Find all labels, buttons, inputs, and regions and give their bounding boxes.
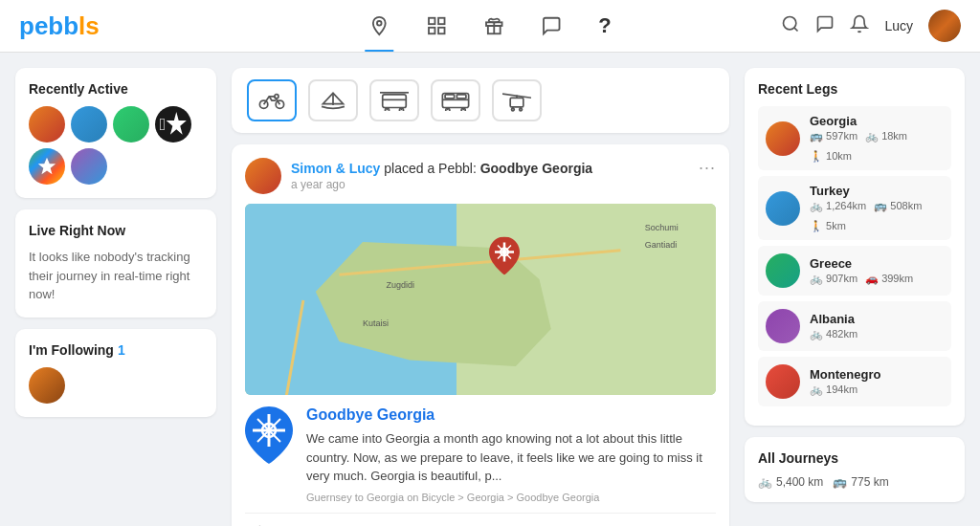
header: pebbls	[0, 0, 980, 53]
turkey-stat-walk: 🚶 5km	[810, 220, 846, 232]
following-user-1[interactable]	[29, 367, 65, 404]
leg-turkey-name: Turkey	[810, 184, 944, 198]
user-avatar[interactable]	[928, 10, 961, 42]
leg-montenegro-name: Montenegro	[810, 367, 944, 382]
filter-cable-car[interactable]	[492, 79, 542, 121]
leg-greece-name: Greece	[810, 256, 944, 271]
like-button[interactable]: Like	[245, 521, 304, 527]
svg-point-7	[784, 16, 796, 29]
active-user-4[interactable]: 	[155, 106, 191, 142]
georgia-stat-bike: 🚲 18km	[865, 130, 907, 142]
leg-albania[interactable]: Albania 🚲 482km	[758, 301, 951, 351]
all-journeys-title: All Journeys	[758, 450, 951, 466]
svg-rect-28	[457, 95, 466, 99]
turkey-stat-bike: 🚲 1,264km	[810, 200, 866, 212]
leg-greece-info: Greece 🚲 907km 🚗 399km	[810, 256, 944, 285]
following-count: 1	[118, 342, 125, 358]
leg-albania-avatar	[766, 309, 800, 343]
map-label-kutaisi: Kutaisi	[363, 318, 389, 328]
leg-montenegro-stats: 🚲 194km	[810, 384, 944, 396]
filter-bike[interactable]	[247, 79, 297, 121]
leg-greece-stats: 🚲 907km 🚗 399km	[810, 273, 944, 285]
left-sidebar: Recently Active  Live Right Now It look…	[15, 68, 216, 526]
post-user-name[interactable]: Simon & Lucy	[291, 161, 384, 176]
following-avatars	[29, 367, 203, 404]
logo-text-pebb: pebb	[19, 11, 78, 40]
svg-rect-27	[445, 95, 455, 99]
post-actions: Like Comment	[245, 513, 716, 527]
leg-albania-name: Albania	[810, 312, 944, 326]
svg-point-34	[512, 108, 515, 111]
post-meta: Simon & Lucy placed a Pebbl: Goodbye Geo…	[291, 161, 592, 191]
leg-turkey-stats: 🚲 1,264km 🚌 508km 🚶 5km	[810, 200, 944, 232]
svg-rect-14	[383, 95, 407, 108]
journey-stat-bike: 🚲 5,400 km	[758, 475, 823, 489]
leg-georgia-avatar	[766, 121, 800, 156]
comment-button[interactable]: Comment	[320, 521, 410, 527]
main-nav: ?	[365, 10, 614, 42]
active-user-6[interactable]	[71, 148, 107, 185]
journey-bike-icon: 🚲	[758, 475, 772, 489]
live-right-now-card: Live Right Now It looks like nobody's tr…	[15, 209, 216, 318]
post-title: Goodbye Georgia	[306, 406, 716, 424]
svg-line-8	[794, 27, 798, 31]
live-right-now-text: It looks like nobody's tracking their jo…	[29, 248, 203, 304]
svg-rect-2	[438, 18, 444, 24]
nav-location[interactable]	[365, 11, 393, 40]
search-icon[interactable]	[781, 14, 800, 38]
turkey-stat-bus: 🚌 508km	[874, 200, 922, 212]
nav-chat[interactable]	[537, 11, 566, 40]
notifications-icon[interactable]	[850, 14, 869, 38]
nav-grid[interactable]	[422, 11, 451, 40]
recently-active-grid: 	[29, 106, 203, 185]
journey-bus-value: 775 km	[851, 475, 888, 489]
svg-rect-1	[429, 18, 434, 24]
im-following-title: I'm Following	[29, 342, 114, 358]
leg-georgia[interactable]: Georgia 🚌 597km 🚲 18km 🚶 10km	[758, 106, 951, 170]
leg-georgia-stats: 🚌 597km 🚲 18km 🚶 10km	[810, 130, 944, 163]
post-time: a year ago	[291, 178, 592, 191]
post-menu-button[interactable]: ···	[699, 158, 716, 178]
active-user-2[interactable]	[71, 106, 107, 142]
header-right: Lucy	[781, 10, 961, 42]
recently-active-title: Recently Active	[29, 81, 203, 97]
center-feed: Simon & Lucy placed a Pebbl: Goodbye Geo…	[232, 68, 729, 526]
leg-turkey-info: Turkey 🚲 1,264km 🚌 508km 🚶 5km	[810, 184, 944, 232]
post-place-icon	[245, 406, 293, 464]
georgia-stat-walk: 🚶 10km	[810, 150, 852, 163]
active-user-1[interactable]	[29, 106, 65, 142]
journey-bike-value: 5,400 km	[776, 475, 823, 489]
filter-boat[interactable]	[308, 79, 358, 121]
filter-tram[interactable]	[369, 79, 419, 121]
post-avatar[interactable]	[245, 158, 281, 194]
logo[interactable]: pebbls	[19, 11, 100, 41]
leg-montenegro[interactable]: Montenegro 🚲 194km	[758, 357, 951, 406]
recently-active-card: Recently Active 	[15, 68, 216, 198]
nav-gift[interactable]	[479, 11, 508, 40]
svg-rect-3	[429, 28, 434, 33]
leg-turkey[interactable]: Turkey 🚲 1,264km 🚌 508km 🚶 5km	[758, 176, 951, 240]
nav-help[interactable]: ?	[594, 10, 614, 42]
leg-turkey-avatar	[766, 191, 800, 226]
leg-montenegro-avatar	[766, 364, 800, 399]
post-text-area: Goodbye Georgia We came into Georgia a m…	[306, 406, 716, 503]
post-description: We came into Georgia a month ago knowing…	[306, 429, 716, 486]
svg-point-0	[377, 21, 382, 26]
im-following-card: I'm Following 1	[15, 329, 216, 417]
active-user-3[interactable]	[113, 106, 149, 142]
logo-dot: ls	[78, 11, 100, 40]
live-right-now-title: Live Right Now	[29, 223, 203, 238]
filter-bus[interactable]	[431, 79, 480, 121]
post-action: placed a Pebbl: Goodbye Georgia	[384, 161, 592, 176]
leg-montenegro-info: Montenegro 🚲 194km	[810, 367, 944, 396]
map-pin	[489, 237, 520, 278]
post-map[interactable]: Sochumi Gantiadi Zugdidi Kutaisi	[245, 204, 716, 395]
leg-greece[interactable]: Greece 🚲 907km 🚗 399km	[758, 246, 951, 296]
messages-icon[interactable]	[815, 14, 835, 38]
recent-legs-card: Recent Legs Georgia 🚌 597km 🚲 18km 🚶 10k…	[745, 68, 965, 426]
filter-bar	[232, 68, 729, 133]
all-journeys-card: All Journeys 🚲 5,400 km 🚌 775 km	[745, 437, 965, 502]
svg-point-35	[520, 108, 523, 111]
greece-stat-car: 🚗 399km	[865, 273, 913, 285]
active-user-5[interactable]	[29, 148, 65, 185]
